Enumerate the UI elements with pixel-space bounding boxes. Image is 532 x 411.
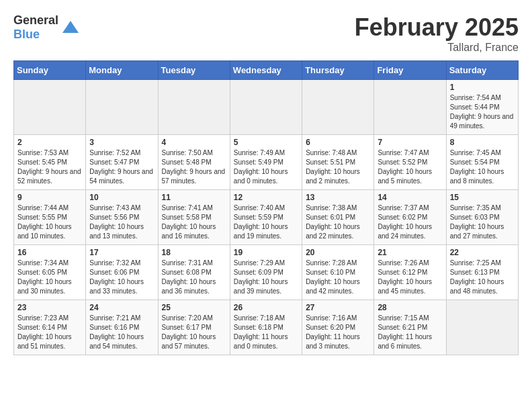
calendar-cell: 4Sunrise: 7:50 AM Sunset: 5:48 PM Daylig…: [158, 135, 230, 190]
calendar-cell: 2Sunrise: 7:53 AM Sunset: 5:45 PM Daylig…: [14, 135, 86, 190]
day-info: Sunrise: 7:28 AM Sunset: 6:10 PM Dayligh…: [306, 259, 370, 296]
calendar-cell: [14, 80, 86, 135]
calendar-cell: 9Sunrise: 7:44 AM Sunset: 5:55 PM Daylig…: [14, 190, 86, 245]
calendar-cell: 21Sunrise: 7:26 AM Sunset: 6:12 PM Dayli…: [374, 245, 446, 300]
day-info: Sunrise: 7:15 AM Sunset: 6:21 PM Dayligh…: [378, 314, 442, 351]
svg-marker-0: [62, 21, 79, 33]
calendar-title: February 2025: [355, 13, 519, 42]
day-number: 12: [234, 193, 298, 202]
calendar-cell: [230, 80, 302, 135]
calendar-week-3: 9Sunrise: 7:44 AM Sunset: 5:55 PM Daylig…: [14, 190, 519, 245]
calendar-cell: [374, 80, 446, 135]
day-info: Sunrise: 7:45 AM Sunset: 5:54 PM Dayligh…: [450, 148, 515, 186]
day-number: 5: [234, 138, 298, 147]
day-info: Sunrise: 7:43 AM Sunset: 5:56 PM Dayligh…: [89, 203, 154, 241]
calendar-week-5: 23Sunrise: 7:23 AM Sunset: 6:14 PM Dayli…: [14, 300, 519, 355]
page-header: General Blue February 2025 Tallard, Fran…: [13, 13, 519, 54]
calendar-cell: [302, 80, 374, 135]
calendar-cell: 5Sunrise: 7:49 AM Sunset: 5:49 PM Daylig…: [230, 135, 302, 190]
day-info: Sunrise: 7:26 AM Sunset: 6:12 PM Dayligh…: [378, 259, 442, 296]
calendar-header-row: SundayMondayTuesdayWednesdayThursdayFrid…: [14, 61, 519, 80]
day-number: 16: [17, 248, 82, 257]
calendar-cell: 23Sunrise: 7:23 AM Sunset: 6:14 PM Dayli…: [14, 300, 86, 355]
day-number: 21: [378, 248, 442, 257]
day-number: 14: [378, 193, 442, 202]
day-number: 3: [89, 138, 154, 147]
calendar-cell: 11Sunrise: 7:41 AM Sunset: 5:58 PM Dayli…: [158, 190, 230, 245]
day-info: Sunrise: 7:20 AM Sunset: 6:17 PM Dayligh…: [162, 314, 226, 351]
day-info: Sunrise: 7:48 AM Sunset: 5:51 PM Dayligh…: [306, 148, 370, 186]
day-info: Sunrise: 7:32 AM Sunset: 6:06 PM Dayligh…: [89, 259, 154, 296]
calendar-cell: 25Sunrise: 7:20 AM Sunset: 6:17 PM Dayli…: [158, 300, 230, 355]
day-number: 17: [89, 248, 154, 257]
calendar-cell: 12Sunrise: 7:40 AM Sunset: 5:59 PM Dayli…: [230, 190, 302, 245]
calendar-cell: 3Sunrise: 7:52 AM Sunset: 5:47 PM Daylig…: [86, 135, 158, 190]
day-number: 23: [17, 303, 82, 312]
day-number: 1: [450, 83, 515, 92]
header-day-sunday: Sunday: [14, 61, 86, 80]
calendar-cell: 17Sunrise: 7:32 AM Sunset: 6:06 PM Dayli…: [86, 245, 158, 300]
day-info: Sunrise: 7:35 AM Sunset: 6:03 PM Dayligh…: [450, 203, 515, 241]
day-info: Sunrise: 7:49 AM Sunset: 5:49 PM Dayligh…: [234, 148, 298, 186]
day-info: Sunrise: 7:31 AM Sunset: 6:08 PM Dayligh…: [162, 259, 226, 296]
header-day-saturday: Saturday: [446, 61, 518, 80]
calendar-cell: [86, 80, 158, 135]
day-info: Sunrise: 7:52 AM Sunset: 5:47 PM Dayligh…: [89, 148, 154, 186]
header-day-friday: Friday: [374, 61, 446, 80]
title-block: February 2025 Tallard, France: [355, 13, 519, 54]
day-number: 4: [162, 138, 226, 147]
day-info: Sunrise: 7:54 AM Sunset: 5:44 PM Dayligh…: [450, 93, 515, 131]
day-info: Sunrise: 7:38 AM Sunset: 6:01 PM Dayligh…: [306, 203, 370, 241]
day-number: 19: [234, 248, 298, 257]
day-info: Sunrise: 7:18 AM Sunset: 6:18 PM Dayligh…: [234, 314, 298, 351]
day-info: Sunrise: 7:40 AM Sunset: 5:59 PM Dayligh…: [234, 203, 298, 241]
calendar-cell: 7Sunrise: 7:47 AM Sunset: 5:52 PM Daylig…: [374, 135, 446, 190]
calendar-cell: 13Sunrise: 7:38 AM Sunset: 6:01 PM Dayli…: [302, 190, 374, 245]
calendar-cell: 24Sunrise: 7:21 AM Sunset: 6:16 PM Dayli…: [86, 300, 158, 355]
calendar-cell: 26Sunrise: 7:18 AM Sunset: 6:18 PM Dayli…: [230, 300, 302, 355]
day-number: 13: [306, 193, 370, 202]
day-number: 25: [162, 303, 226, 312]
day-info: Sunrise: 7:34 AM Sunset: 6:05 PM Dayligh…: [17, 259, 82, 296]
calendar-cell: 20Sunrise: 7:28 AM Sunset: 6:10 PM Dayli…: [302, 245, 374, 300]
calendar-cell: 14Sunrise: 7:37 AM Sunset: 6:02 PM Dayli…: [374, 190, 446, 245]
calendar-cell: 1Sunrise: 7:54 AM Sunset: 5:44 PM Daylig…: [446, 80, 518, 135]
day-info: Sunrise: 7:50 AM Sunset: 5:48 PM Dayligh…: [162, 148, 226, 186]
logo-blue: Blue: [13, 28, 40, 41]
day-number: 27: [306, 303, 370, 312]
day-number: 18: [162, 248, 226, 257]
header-day-monday: Monday: [86, 61, 158, 80]
day-info: Sunrise: 7:37 AM Sunset: 6:02 PM Dayligh…: [378, 203, 442, 241]
calendar-cell: 15Sunrise: 7:35 AM Sunset: 6:03 PM Dayli…: [446, 190, 518, 245]
day-info: Sunrise: 7:41 AM Sunset: 5:58 PM Dayligh…: [162, 203, 226, 241]
day-info: Sunrise: 7:53 AM Sunset: 5:45 PM Dayligh…: [17, 148, 82, 186]
calendar-cell: 19Sunrise: 7:29 AM Sunset: 6:09 PM Dayli…: [230, 245, 302, 300]
day-info: Sunrise: 7:21 AM Sunset: 6:16 PM Dayligh…: [89, 314, 154, 351]
logo-icon: [61, 18, 80, 37]
calendar-table: SundayMondayTuesdayWednesdayThursdayFrid…: [13, 60, 519, 355]
day-number: 10: [89, 193, 154, 202]
day-number: 15: [450, 193, 515, 202]
day-number: 6: [306, 138, 370, 147]
day-number: 22: [450, 248, 515, 257]
calendar-week-2: 2Sunrise: 7:53 AM Sunset: 5:45 PM Daylig…: [14, 135, 519, 190]
day-info: Sunrise: 7:29 AM Sunset: 6:09 PM Dayligh…: [234, 259, 298, 296]
header-day-wednesday: Wednesday: [230, 61, 302, 80]
day-number: 24: [89, 303, 154, 312]
calendar-cell: 10Sunrise: 7:43 AM Sunset: 5:56 PM Dayli…: [86, 190, 158, 245]
day-number: 20: [306, 248, 370, 257]
day-info: Sunrise: 7:47 AM Sunset: 5:52 PM Dayligh…: [378, 148, 442, 186]
day-info: Sunrise: 7:44 AM Sunset: 5:55 PM Dayligh…: [17, 203, 82, 241]
day-info: Sunrise: 7:25 AM Sunset: 6:13 PM Dayligh…: [450, 259, 515, 296]
header-day-tuesday: Tuesday: [158, 61, 230, 80]
day-info: Sunrise: 7:16 AM Sunset: 6:20 PM Dayligh…: [306, 314, 370, 351]
calendar-cell: 27Sunrise: 7:16 AM Sunset: 6:20 PM Dayli…: [302, 300, 374, 355]
calendar-cell: [446, 300, 518, 355]
calendar-cell: [158, 80, 230, 135]
day-number: 28: [378, 303, 442, 312]
header-day-thursday: Thursday: [302, 61, 374, 80]
calendar-subtitle: Tallard, France: [355, 42, 519, 54]
calendar-week-1: 1Sunrise: 7:54 AM Sunset: 5:44 PM Daylig…: [14, 80, 519, 135]
calendar-cell: 16Sunrise: 7:34 AM Sunset: 6:05 PM Dayli…: [14, 245, 86, 300]
calendar-week-4: 16Sunrise: 7:34 AM Sunset: 6:05 PM Dayli…: [14, 245, 519, 300]
